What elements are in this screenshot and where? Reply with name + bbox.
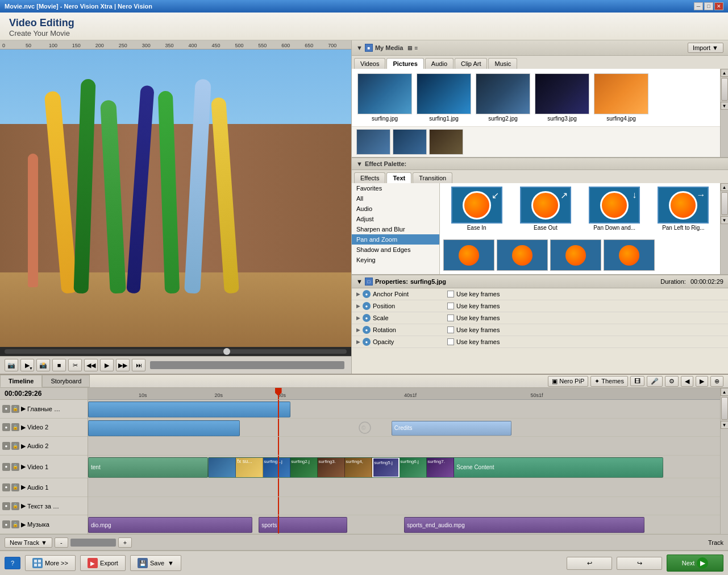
effect-category-pan-zoom[interactable]: Pan and Zoom [352,234,439,245]
video2-clip1[interactable] [88,420,240,436]
track-zoom-out[interactable]: - [55,537,68,548]
anchor-keyframe-checkbox[interactable] [447,291,454,297]
minimize-button[interactable]: ─ [694,2,703,10]
prev-frame-button[interactable]: ◀◀ [84,359,98,371]
timeline-settings-button[interactable]: ⊕ [710,376,723,387]
timeline-scroll-up[interactable]: ▲ [721,388,729,396]
scale-keyframe-checkbox[interactable] [447,315,454,321]
effect-scroll-thumb[interactable] [721,192,728,215]
audio1-expand-icon[interactable]: ▶ [21,483,26,491]
opacity-keyframe-checkbox[interactable] [447,338,454,345]
list-view-icon[interactable]: ≡ [414,45,418,51]
music-clip-dio[interactable]: dio.mpg [88,517,252,533]
progress-bar[interactable] [5,349,347,354]
more-button[interactable]: More >> [25,555,76,571]
export-button[interactable]: ▶ Export [80,555,126,571]
anchor-expand-icon[interactable]: ▶ [356,291,360,297]
effects-expand-icon[interactable]: ▶ [21,405,26,412]
scroll-thumb[interactable] [721,78,728,101]
effect-thumb2-1[interactable] [443,239,494,271]
next-frame-button[interactable]: ▶▶ [116,359,130,371]
music-mute-icon[interactable]: ● [2,520,10,528]
scroll-left-button[interactable]: ◀ [681,376,693,387]
effect-scroll-up[interactable]: ▲ [721,183,729,191]
camera-button[interactable]: 📸 [36,359,50,371]
effect-scroll-down[interactable]: ▼ [721,216,729,224]
audio2-lock-icon[interactable]: 🔒 [11,442,19,450]
effect-category-all[interactable]: All [352,193,439,204]
save-dropdown-arrow[interactable]: ▼ [168,560,174,566]
effect-ease-in[interactable]: ↙ Ease In [443,187,510,236]
track-zoom-slider[interactable] [70,539,116,547]
scroll-right-button[interactable]: ▶ [696,376,708,387]
effects-clip[interactable] [88,402,290,417]
video2-expand-icon[interactable]: ▶ [21,424,26,431]
record-button[interactable]: ▶ ▼ [20,359,34,371]
redo-button[interactable]: ↪ [617,557,662,570]
tab-videos[interactable]: Videos [354,58,385,69]
scroll-down-button[interactable]: ▼ [721,102,729,110]
effect-category-adjust[interactable]: Adjust [352,214,439,224]
play-button[interactable]: ▶ [100,359,114,371]
position-keyframe-checkbox[interactable] [447,303,454,309]
music-lock-icon[interactable]: 🔒 [11,520,19,528]
snapshot-button[interactable]: 📷 [5,359,18,371]
nero-pip-button[interactable]: ▣ Nero PiP [548,376,588,387]
video1-main-clip[interactable]: fx su... surfing1.j surfing2.j surfing3. [208,457,663,478]
effect-category-keying[interactable]: Keying [352,255,439,265]
audio1-mute-icon[interactable]: ● [2,483,10,491]
audio2-expand-icon[interactable]: ▶ [21,442,26,450]
tab-text[interactable]: Text [386,172,411,183]
tab-timeline[interactable]: Timeline [0,375,42,387]
text-mute-icon[interactable]: ● [2,502,10,510]
effect-thumb2-2[interactable] [497,239,548,271]
effects-mute-icon[interactable]: ● [2,405,10,413]
media-thumb-surfing4[interactable]: surfing4.jpg [593,73,650,122]
scale-expand-icon[interactable]: ▶ [356,315,360,321]
tab-pictures[interactable]: Pictures [386,58,423,69]
effect-category-favorites[interactable]: Favorites [352,183,439,193]
video1-content-clip[interactable]: tent [88,457,208,478]
next-button[interactable]: Next ▶ [667,555,723,572]
tab-audio[interactable]: Audio [425,58,454,69]
effect-ease-out[interactable]: ↗ Ease Out [512,187,579,236]
tab-transition[interactable]: Transition [413,172,452,183]
rotation-expand-icon[interactable]: ▶ [356,327,360,333]
progress-thumb[interactable] [223,348,230,355]
effect-category-shadow[interactable]: Shadow and Edges [352,245,439,255]
next-scene-button[interactable]: ⏭ [132,359,145,371]
media-thumb-surfing[interactable]: surfing.jpg [356,73,413,122]
media-thumb-row2-3[interactable] [429,129,463,155]
media-thumb-row2-2[interactable] [393,129,427,155]
themes-button[interactable]: ✦ Themes [590,376,628,387]
rotation-keyframe-checkbox[interactable] [447,326,454,333]
close-button[interactable]: ✕ [714,2,723,10]
save-button[interactable]: 💾 Save ▼ [130,555,181,571]
opacity-expand-icon[interactable]: ▶ [356,339,360,345]
timeline-scroll-down[interactable]: ▼ [721,421,729,429]
media-thumb-row2-1[interactable] [356,129,390,155]
video1-expand-icon[interactable]: ▶ [21,463,26,470]
import-button[interactable]: Import ▼ [688,43,723,53]
volume-slider[interactable] [150,361,344,369]
text-expand-icon[interactable]: ▶ [21,502,26,510]
scroll-up-button[interactable]: ▲ [721,69,729,77]
track-zoom-in[interactable]: + [118,537,132,548]
cut-button[interactable]: ✂ [68,359,82,371]
settings-button[interactable]: ⚙ [665,376,679,387]
audio2-mute-icon[interactable]: ● [2,442,10,450]
mic-button[interactable]: 🎤 [647,376,663,387]
timeline-scroll-thumb[interactable] [721,397,728,420]
undo-button[interactable]: ↩ [567,557,612,570]
stop-button[interactable]: ■ [52,359,66,371]
video1-lock-icon[interactable]: 🔒 [11,463,19,471]
tab-clip-art[interactable]: Clip Art [455,58,487,69]
video2-lock-icon[interactable]: 🔒 [11,423,19,431]
media-thumb-surfing3[interactable]: surfing3.jpg [534,73,590,122]
video2-credits-clip[interactable]: Credits [392,421,511,436]
video1-mute-icon[interactable]: ● [2,463,10,471]
film-strips-button[interactable]: 🎞 [630,376,644,386]
video2-mute-icon[interactable]: ● [2,423,10,431]
music-clip-sports-end[interactable]: sports_end_audio.mpg [404,517,644,533]
effect-thumb2-3[interactable] [550,239,601,271]
